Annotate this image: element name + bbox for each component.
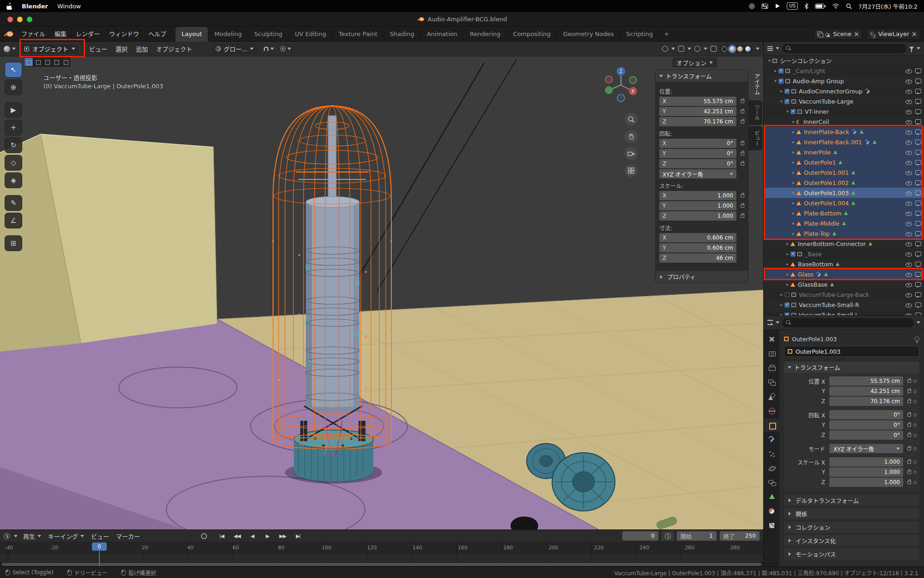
collection-checkbox[interactable] (778, 79, 784, 84)
hide-in-viewport-eye-icon[interactable] (906, 271, 912, 277)
move-tool[interactable]: + (5, 120, 22, 135)
particles-tab[interactable] (764, 447, 779, 461)
cursor-tool[interactable]: ⊕ (5, 80, 22, 95)
workspace-tab[interactable]: Sculpting (248, 27, 289, 42)
constraints-tab[interactable] (764, 476, 779, 489)
physics-tab[interactable] (764, 461, 779, 475)
collection-checkbox[interactable] (784, 99, 790, 104)
lock-icon[interactable] (741, 215, 744, 218)
annotate-tool[interactable]: ✎ (5, 195, 22, 211)
expand-arrow-icon[interactable]: ▸ (784, 282, 790, 287)
frame-end-field[interactable]: 終了 250 (720, 531, 760, 541)
disable-in-viewports-icon[interactable] (915, 109, 921, 114)
lock-icon[interactable] (741, 152, 744, 155)
filter-icon[interactable] (909, 47, 914, 50)
properties-panel-header[interactable]: プロパティ (656, 271, 748, 283)
object-tab[interactable] (764, 418, 779, 432)
lock-icon[interactable] (741, 120, 744, 123)
disable-in-viewports-icon[interactable] (915, 149, 921, 155)
measure-tool[interactable]: ∠ (5, 213, 22, 228)
disable-in-viewports-icon[interactable] (915, 241, 921, 246)
modifiers-tab[interactable] (764, 433, 779, 446)
outliner-row[interactable]: ▸ Plate-Bottom (764, 208, 924, 218)
collection-checkbox[interactable] (778, 68, 784, 74)
object-visibility-icon[interactable] (662, 46, 668, 52)
lock-icon[interactable] (907, 380, 911, 383)
expand-arrow-icon[interactable]: ▸ (790, 180, 796, 185)
select-mode-button[interactable] (24, 57, 33, 67)
outliner-row[interactable]: ▸ _Cam/Light (764, 66, 924, 76)
outliner-row[interactable]: ▸ InnerBottom-Connector (764, 239, 924, 249)
editor-type-caret-icon[interactable] (12, 48, 16, 52)
outliner-row[interactable]: ▾ Audio-Amp Group (764, 76, 924, 86)
hide-in-viewport-eye-icon[interactable] (906, 149, 912, 155)
lock-icon[interactable] (741, 194, 744, 197)
expand-arrow-icon[interactable]: ▸ (790, 140, 796, 144)
overlays-icon[interactable] (694, 46, 700, 52)
outliner-row[interactable]: ▸ OuterPole1.001 (764, 167, 924, 178)
gizmos-caret-icon[interactable] (687, 48, 691, 52)
topbar-menu[interactable]: ヘルプ (144, 27, 171, 41)
expand-arrow-icon[interactable]: ▸ (790, 160, 796, 165)
visibility-caret-icon[interactable] (671, 48, 675, 52)
animate-property-dot[interactable] (913, 390, 917, 393)
workspace-tab[interactable]: UV Editing (289, 27, 333, 42)
jump-to-end-button[interactable]: ▶| (291, 531, 305, 541)
expand-arrow-icon[interactable]: ▸ (790, 211, 796, 215)
workspace-tab[interactable]: Scripting (620, 27, 659, 42)
viewport-menu[interactable]: 追加 (132, 44, 152, 53)
disable-in-viewports-icon[interactable] (915, 180, 921, 185)
outliner-row[interactable]: ▸ InnerPlate-Back.001 (764, 137, 924, 147)
hide-in-viewport-eye-icon[interactable] (906, 129, 912, 135)
disable-in-viewports-icon[interactable] (915, 78, 921, 84)
hide-in-viewport-eye-icon[interactable] (906, 98, 912, 105)
hide-in-viewport-eye-icon[interactable] (906, 200, 912, 206)
hide-in-viewport-eye-icon[interactable] (906, 119, 912, 125)
topbar-menu[interactable]: ファイル (17, 27, 50, 41)
expand-arrow-icon[interactable]: ▸ (778, 292, 784, 297)
select-box-tool[interactable]: ↖ (5, 62, 22, 78)
timeline-track-area[interactable] (0, 554, 763, 562)
lock-icon[interactable] (907, 461, 911, 464)
animate-property-dot[interactable] (913, 447, 917, 450)
outliner-row[interactable]: ▸ OuterPole1.004 (764, 198, 924, 208)
gizmos-icon[interactable] (678, 46, 684, 52)
outliner-row[interactable]: ▸ OuterPole1 (764, 157, 924, 167)
outliner-row[interactable]: ▸ OuterPole1.003 (764, 188, 924, 198)
collapsed-panel-header[interactable]: デルタトランスフォーム (784, 495, 919, 506)
outliner-row[interactable]: ▾ VT-Inner (764, 106, 924, 117)
number-field[interactable]: X 1.000 (659, 191, 736, 200)
lock-icon[interactable] (741, 162, 744, 166)
expand-arrow-icon[interactable]: ▸ (778, 89, 784, 93)
outliner-row[interactable]: ▸ Plate-Middle (764, 218, 924, 228)
bluetooth-icon[interactable] (804, 3, 808, 9)
disable-in-viewports-icon[interactable] (915, 68, 921, 74)
disable-in-viewports-icon[interactable] (915, 251, 921, 257)
material-tab[interactable] (764, 504, 779, 518)
select-circle-tool[interactable]: ▶ (5, 102, 22, 118)
object-data-tab[interactable] (764, 490, 779, 504)
next-keyframe-button[interactable]: ▶▶ (276, 531, 290, 541)
viewport-menu[interactable]: ビュー (85, 44, 111, 53)
editor-type-caret-icon[interactable] (776, 321, 779, 326)
outliner-row[interactable]: ▸ VaccumTube-Small-R (764, 300, 924, 310)
number-field[interactable]: 42.251 cm (829, 387, 903, 396)
outliner-row[interactable]: ▸ VaccumTube-Large-Back (764, 289, 924, 300)
options-dropdown[interactable]: オプション (672, 57, 717, 68)
expand-arrow-icon[interactable]: ▸ (790, 150, 796, 154)
animate-property-dot[interactable] (913, 434, 917, 437)
unlink-view-layer-icon[interactable] (912, 32, 917, 37)
hide-in-viewport-eye-icon[interactable] (906, 109, 912, 115)
collapsed-panel-header[interactable]: コレクション (784, 522, 919, 533)
number-field[interactable]: 1.000 (829, 478, 903, 487)
outliner-row[interactable]: ▸ InnerPole (764, 147, 924, 157)
input-source-badge[interactable]: US (787, 2, 798, 10)
disable-in-viewports-icon[interactable] (915, 221, 921, 226)
hide-in-viewport-eye-icon[interactable] (906, 221, 912, 227)
unlink-scene-icon[interactable] (854, 32, 859, 37)
number-field[interactable]: 1.000 (829, 467, 903, 477)
disable-in-viewports-icon[interactable] (915, 160, 921, 165)
disable-in-viewports-icon[interactable] (915, 139, 921, 145)
timeline-menu[interactable]: ビュー (90, 532, 110, 541)
xray-toggle-icon[interactable] (711, 46, 717, 52)
